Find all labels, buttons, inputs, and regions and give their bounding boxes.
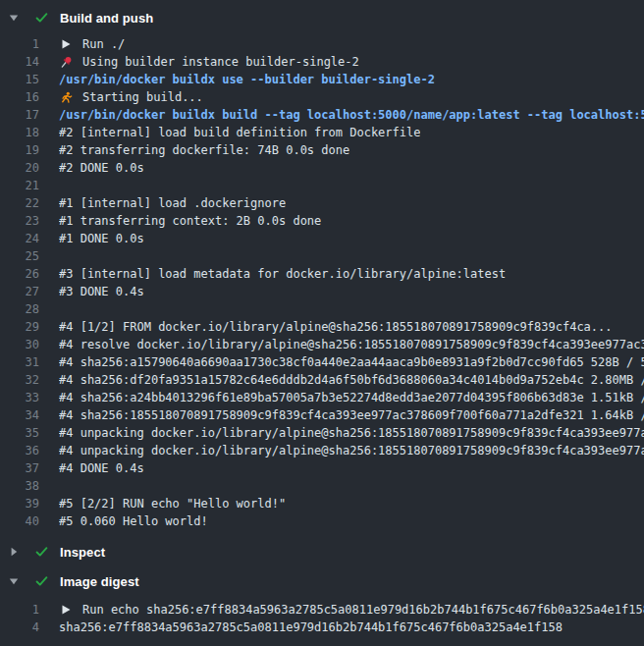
log-line[interactable]: 30#4 resolve docker.io/library/alpine@sh… [0,336,644,353]
log-section-build-and-push: Build and push1Run ./14Using builder ins… [0,4,644,538]
line-content: #1 [internal] load .dockerignore [59,194,286,212]
line-text: #2 [internal] load build definition from… [59,124,420,141]
line-text: Run ./ [82,35,125,53]
line-number[interactable]: 15 [0,71,39,88]
line-number[interactable]: 1 [0,601,39,619]
line-number[interactable]: 1 [0,35,39,53]
line-number[interactable]: 23 [0,212,39,230]
log-line[interactable]: 20#2 DONE 0.0s [0,159,644,177]
line-number[interactable]: 38 [0,477,39,495]
line-number[interactable]: 20 [0,159,39,177]
line-text: #4 unpacking docker.io/library/alpine@sh… [59,424,644,442]
log-line[interactable]: 33#4 sha256:a24bb4013296f61e89ba57005a7b… [0,389,644,406]
line-number[interactable]: 37 [0,459,39,477]
line-content: #4 unpacking docker.io/library/alpine@sh… [59,442,644,459]
line-content: #5 0.060 Hello world! [59,512,208,530]
line-number[interactable]: 17 [0,106,39,124]
line-number[interactable]: 28 [0,300,39,318]
line-text: #4 sha256:a15790640a6690aa1730c38cf0a440… [59,353,644,371]
check-icon [33,574,49,588]
line-number[interactable]: 21 [0,177,39,194]
line-text: #4 resolve docker.io/library/alpine@sha2… [59,336,644,353]
log-line[interactable]: 1Run ./ [0,35,644,53]
log-line[interactable]: 24#1 DONE 0.0s [0,230,644,247]
log-line[interactable]: 32#4 sha256:df20fa9351a15782c64e6dddb2d4… [0,371,644,389]
log-line[interactable]: 17/usr/bin/docker buildx build --tag loc… [0,106,644,124]
log-line[interactable]: 34#4 sha256:185518070891758909c9f839cf4c… [0,406,644,424]
log-line[interactable]: 16Starting build... [0,88,644,106]
line-number[interactable]: 30 [0,336,39,353]
log-line[interactable]: 14Using builder instance builder-single-… [0,53,644,71]
log-line[interactable]: 4sha256:e7ff8834a5963a2785c5a0811e979d16… [0,619,644,636]
log-line[interactable]: 15/usr/bin/docker buildx use --builder b… [0,71,644,88]
line-text: #3 DONE 0.4s [59,283,144,300]
log-line[interactable]: 28 [0,300,644,318]
line-number[interactable]: 26 [0,265,39,283]
log-line[interactable]: 21 [0,177,644,194]
line-number[interactable]: 18 [0,124,39,141]
line-number[interactable]: 19 [0,141,39,159]
line-content: #1 transferring context: 2B 0.0s done [59,212,321,230]
line-number[interactable]: 14 [0,53,39,71]
log-line[interactable]: 22#1 [internal] load .dockerignore [0,194,644,212]
line-content: Using builder instance builder-single-2 [59,53,359,71]
section-header-image-digest[interactable]: Image digest [0,567,644,595]
line-content: #4 resolve docker.io/library/alpine@sha2… [59,336,644,353]
line-number[interactable]: 35 [0,424,39,442]
log-line[interactable]: 29#4 [1/2] FROM docker.io/library/alpine… [0,318,644,336]
line-text: #1 DONE 0.0s [59,230,144,247]
log-line[interactable]: 18#2 [internal] load build definition fr… [0,124,644,141]
line-number[interactable]: 32 [0,371,39,389]
line-number[interactable]: 4 [0,619,39,636]
play-icon[interactable] [59,605,73,615]
log-line[interactable]: 39#5 [2/2] RUN echo "Hello world!" [0,495,644,512]
line-number[interactable]: 24 [0,230,39,247]
line-number[interactable]: 31 [0,353,39,371]
log-line[interactable]: 26#3 [internal] load metadata for docker… [0,265,644,283]
log-line[interactable]: 36#4 unpacking docker.io/library/alpine@… [0,442,644,459]
log-line[interactable]: 27#3 DONE 0.4s [0,283,644,300]
log-line[interactable]: 1Run echo sha256:e7ff8834a5963a2785c5a08… [0,601,644,619]
line-text: /usr/bin/docker buildx use --builder bui… [59,71,435,88]
play-icon[interactable] [59,39,73,49]
section-title: Inspect [60,545,105,560]
line-number[interactable]: 22 [0,194,39,212]
line-content: Starting build... [59,88,203,106]
section-header-build-and-push[interactable]: Build and push [0,4,644,31]
log-line[interactable]: 19#2 transferring dockerfile: 74B 0.0s d… [0,141,644,159]
line-text: #4 [1/2] FROM docker.io/library/alpine@s… [59,318,613,336]
line-text: #4 unpacking docker.io/library/alpine@sh… [59,442,644,459]
log-line[interactable]: 37#4 DONE 0.4s [0,459,644,477]
line-text: #1 [internal] load .dockerignore [59,194,286,212]
section-header-inspect[interactable]: Inspect [0,538,644,565]
line-text: #5 [2/2] RUN echo "Hello world!" [59,495,286,512]
chevron-down-icon[interactable] [6,576,22,586]
line-number[interactable]: 29 [0,318,39,336]
line-content: #4 [1/2] FROM docker.io/library/alpine@s… [59,318,613,336]
line-number[interactable]: 40 [0,512,39,530]
line-text: sha256:e7ff8834a5963a2785c5a0811e979d16b… [59,619,563,636]
log-line[interactable]: 35#4 unpacking docker.io/library/alpine@… [0,424,644,442]
line-number[interactable]: 27 [0,283,39,300]
section-title: Build and push [60,11,153,26]
log-line[interactable]: 25 [0,247,644,265]
line-content: /usr/bin/docker buildx build --tag local… [59,106,644,124]
chevron-right-icon[interactable] [6,547,22,557]
line-number[interactable]: 25 [0,247,39,265]
line-number[interactable]: 16 [0,88,39,106]
line-content: #4 sha256:a24bb4013296f61e89ba57005a7b3e… [59,389,644,406]
line-text: Run echo sha256:e7ff8834a5963a2785c5a081… [82,601,644,619]
log-line[interactable]: 23#1 transferring context: 2B 0.0s done [0,212,644,230]
log-line[interactable]: 38 [0,477,644,495]
line-text: #3 [internal] load metadata for docker.i… [59,265,506,283]
log-line[interactable]: 31#4 sha256:a15790640a6690aa1730c38cf0a4… [0,353,644,371]
line-text: /usr/bin/docker buildx build --tag local… [59,106,644,124]
line-content: Run ./ [59,35,125,53]
line-content: sha256:e7ff8834a5963a2785c5a0811e979d16b… [59,619,563,636]
line-number[interactable]: 34 [0,406,39,424]
chevron-down-icon[interactable] [6,13,22,23]
line-number[interactable]: 39 [0,495,39,512]
log-line[interactable]: 40#5 0.060 Hello world! [0,512,644,530]
line-number[interactable]: 36 [0,442,39,459]
line-number[interactable]: 33 [0,389,39,406]
